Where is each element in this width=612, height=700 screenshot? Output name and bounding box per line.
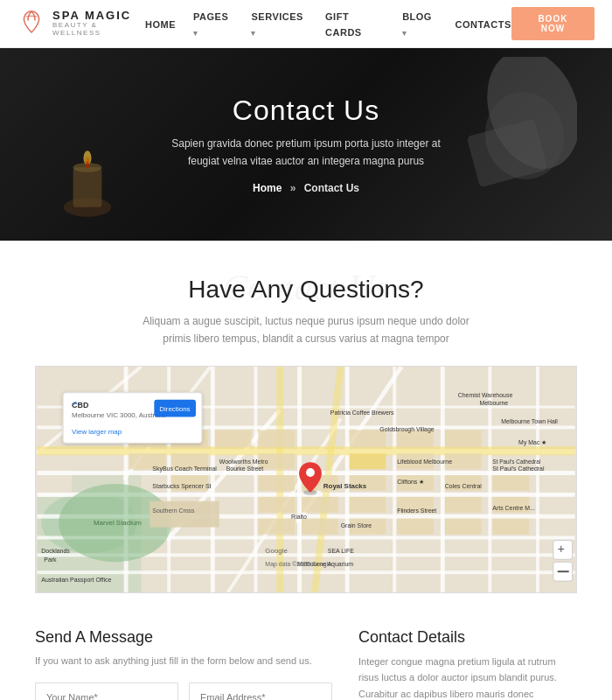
svg-text:Lifeblood Melbourne: Lifeblood Melbourne <box>397 458 452 465</box>
svg-rect-70 <box>397 518 434 534</box>
logo-text: SPA MAGIC BEAUTY & WELLNESS <box>52 10 145 38</box>
section-heading: Contact Us Have Any Questions? Aliquam a… <box>35 276 577 348</box>
nav-item-gift-cards[interactable]: GIFT CARDS <box>325 8 385 39</box>
svg-text:Bourke Street: Bourke Street <box>226 466 263 472</box>
svg-text:Flinders Street: Flinders Street <box>397 507 436 513</box>
blog-arrow: ▾ <box>402 29 407 38</box>
form-name-email-row <box>35 682 332 700</box>
main-content: Contact Us Have Any Questions? Aliquam a… <box>0 241 612 700</box>
svg-rect-51 <box>350 453 386 469</box>
section-subtitle: Aliquam a augue suscipit, luctus neque p… <box>140 312 472 348</box>
hero-title: Contact Us <box>166 94 446 127</box>
svg-rect-67 <box>258 518 295 534</box>
svg-text:Melbourne Town Hall: Melbourne Town Hall <box>501 417 558 424</box>
svg-text:Grain Store: Grain Store <box>341 522 372 528</box>
breadcrumb-current: Contact Us <box>304 182 359 194</box>
svg-rect-55 <box>258 475 295 491</box>
svg-rect-44 <box>258 430 295 447</box>
svg-text:Rialto: Rialto <box>291 513 307 519</box>
svg-text:Marvel Stadium: Marvel Stadium <box>94 518 142 526</box>
svg-text:Chemist Warehouse: Chemist Warehouse <box>458 392 513 398</box>
svg-text:Southern Cross: Southern Cross <box>152 507 195 513</box>
navbar: SPA MAGIC BEAUTY & WELLNESS HOME PAGES ▾… <box>0 0 612 48</box>
map-svg: Marvel Stadium Southern Cross Starbucks … <box>36 367 576 592</box>
svg-text:Park: Park <box>44 556 57 563</box>
breadcrumb-separator: » <box>290 182 296 194</box>
svg-rect-28 <box>345 367 350 592</box>
breadcrumb-home-link[interactable]: Home <box>253 182 282 194</box>
contact-details-title: Contact Details <box>358 628 577 647</box>
svg-rect-68 <box>302 518 338 534</box>
svg-rect-72 <box>492 518 529 534</box>
svg-text:Cliftons ★: Cliftons ★ <box>397 479 424 485</box>
svg-rect-63 <box>350 497 386 513</box>
send-message-column: Send A Message If you want to ask anythi… <box>35 628 332 700</box>
svg-rect-29 <box>393 367 396 592</box>
hero-description: Sapien gravida donec pretium ipsum porta… <box>166 136 446 169</box>
name-input[interactable] <box>35 682 178 700</box>
svg-text:↗: ↗ <box>72 399 78 407</box>
svg-rect-1 <box>73 167 102 206</box>
svg-rect-60 <box>492 475 529 491</box>
logo[interactable]: SPA MAGIC BEAUTY & WELLNESS <box>17 8 145 39</box>
svg-text:Royal Stacks: Royal Stacks <box>323 482 367 490</box>
hero-section: Contact Us Sapien gravida donec pretium … <box>0 48 612 241</box>
contact-details-desc: Integer congue magna pretium ligula at r… <box>358 654 577 700</box>
hero-content: Contact Us Sapien gravida donec pretium … <box>166 94 446 193</box>
svg-text:SEA LIFE: SEA LIFE <box>328 548 354 554</box>
hero-candle-decoration <box>52 136 122 223</box>
logo-subtitle: BEAUTY & WELLNESS <box>52 22 145 38</box>
nav-item-services[interactable]: SERVICES ▾ <box>251 8 308 39</box>
svg-text:Coles Central: Coles Central <box>445 483 482 489</box>
svg-text:Goldsbrough Village: Goldsbrough Village <box>379 426 434 433</box>
svg-rect-71 <box>445 518 482 534</box>
nav-item-contacts[interactable]: CONTACTS <box>456 16 511 32</box>
svg-rect-43 <box>215 430 252 447</box>
send-message-title: Send A Message <box>35 628 332 647</box>
svg-text:+: + <box>558 542 565 556</box>
svg-rect-47 <box>445 430 482 447</box>
svg-text:Google: Google <box>265 547 288 555</box>
svg-text:Patricia Coffee Brewers: Patricia Coffee Brewers <box>330 409 394 415</box>
svg-text:Map data ©2020 Google: Map data ©2020 Google <box>265 561 331 568</box>
svg-text:Arts Centre M...: Arts Centre M... <box>492 505 535 511</box>
svg-text:St Paul's Cathedral: St Paul's Cathedral <box>492 466 545 472</box>
svg-rect-62 <box>302 497 338 513</box>
nav-item-pages[interactable]: PAGES ▾ <box>193 8 233 39</box>
svg-rect-20 <box>37 570 574 574</box>
svg-rect-61 <box>258 497 295 513</box>
breadcrumb: Home » Contact Us <box>166 182 446 194</box>
svg-rect-32 <box>536 367 539 592</box>
svg-text:Melbourne VIC 3000, Australia: Melbourne VIC 3000, Australia <box>72 410 166 418</box>
svg-text:Docklands: Docklands <box>41 548 70 554</box>
svg-text:View larger map: View larger map <box>72 428 122 436</box>
nav-item-blog[interactable]: BLOG ▾ <box>402 8 437 39</box>
send-message-desc: If you want to ask anything just fill in… <box>35 654 332 669</box>
svg-point-6 <box>85 164 89 168</box>
map-container[interactable]: Marvel Stadium Southern Cross Starbucks … <box>35 366 577 593</box>
svg-text:Melbourne: Melbourne <box>479 399 508 405</box>
bottom-section: Send A Message If you want to ask anythi… <box>35 628 577 700</box>
svg-rect-38 <box>37 446 574 455</box>
contact-details-column: Contact Details Integer congue magna pre… <box>358 628 577 700</box>
svg-point-80 <box>306 468 315 477</box>
logo-icon <box>17 8 45 39</box>
svg-rect-26 <box>254 367 257 592</box>
svg-text:Directions: Directions <box>159 404 190 412</box>
nav-links: HOME PAGES ▾ SERVICES ▾ GIFT CARDS BLOG … <box>145 8 511 39</box>
services-arrow: ▾ <box>251 29 256 38</box>
svg-text:SkyBus Coach Terminal: SkyBus Coach Terminal <box>152 466 217 472</box>
pages-arrow: ▾ <box>193 29 198 38</box>
nav-item-home[interactable]: HOME <box>145 16 176 32</box>
svg-text:Starbucks Spencer St: Starbucks Spencer St <box>152 483 211 490</box>
email-input[interactable] <box>189 682 332 700</box>
logo-name: SPA MAGIC <box>52 10 145 22</box>
svg-rect-30 <box>441 367 445 592</box>
svg-text:St Paul's Cathedral: St Paul's Cathedral <box>492 458 540 465</box>
svg-text:Woolworths Metro: Woolworths Metro <box>219 458 268 465</box>
svg-rect-75 <box>150 501 219 528</box>
book-now-button[interactable]: BOOK NOW <box>511 7 595 40</box>
svg-text:Australian Passport Office: Australian Passport Office <box>41 577 111 584</box>
svg-rect-25 <box>211 367 215 592</box>
section-title: Have Any Questions? <box>35 276 577 304</box>
